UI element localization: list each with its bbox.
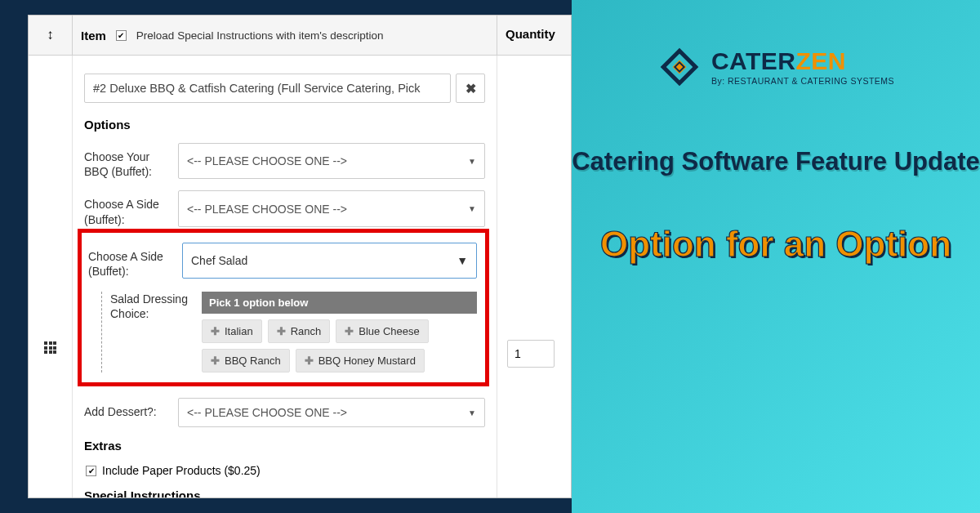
right-panel: CATERZEN By: RESTAURANT & CATERING SYSTE… [572,0,980,513]
extras-heading: Extras [84,439,485,453]
chip-list: ✚Italian ✚Ranch ✚Blue Cheese ✚BBQ Ranch … [202,319,477,372]
option-label: Choose A Side (Buffet): [88,243,174,279]
qty-column-header: Quantity [497,16,571,55]
option-row-bbq: Choose Your BBQ (Buffet): <-- PLEASE CHO… [84,143,485,179]
plus-icon: ✚ [345,325,354,337]
screenshot-window: ↕ Item ✔ Preload Special Instructions wi… [28,15,572,498]
logo-icon [657,45,702,89]
extras-item-row: ✔ Include Paper Products ($0.25) [86,464,485,477]
chip-bbq-ranch[interactable]: ✚BBQ Ranch [202,349,290,372]
chevron-down-icon: ▼ [457,254,468,267]
option-row-side2: Choose A Side (Buffet): Chef Salad ▼ [88,243,477,279]
chip-ranch[interactable]: ✚Ranch [268,319,331,343]
item-column: #2 Deluxe BBQ & Catfish Catering (Full S… [73,56,497,498]
logo-text: CATERZEN By: RESTAURANT & CATERING SYSTE… [711,48,894,86]
brand-logo: CATERZEN By: RESTAURANT & CATERING SYSTE… [657,45,894,89]
headline-secondary: Option for an Option [600,223,951,266]
option-label: Choose A Side (Buffet): [84,190,170,226]
chevron-down-icon: ▼ [468,408,476,417]
item-name-row: #2 Deluxe BBQ & Catfish Catering (Full S… [84,74,485,103]
item-name-input[interactable]: #2 Deluxe BBQ & Catfish Catering (Full S… [84,74,451,103]
table-body: #2 Deluxe BBQ & Catfish Catering (Full S… [29,56,571,498]
left-panel: ↕ Item ✔ Preload Special Instructions wi… [0,0,572,513]
special-instructions-heading: Special Instructions [84,488,485,498]
paper-products-checkbox[interactable]: ✔ [86,466,96,476]
option-row-dessert: Add Dessert?: <-- PLEASE CHOOSE ONE --> … [84,398,485,427]
item-column-header: Item ✔ Preload Special Instructions with… [73,16,497,55]
table-header: ↕ Item ✔ Preload Special Instructions wi… [29,16,571,56]
chip-bbq-honey-mustard[interactable]: ✚BBQ Honey Mustard [296,349,425,372]
option-select-side2[interactable]: Chef Salad ▼ [182,243,477,279]
drag-handle-icon[interactable] [44,341,57,355]
chip-italian[interactable]: ✚Italian [202,319,262,343]
plus-icon: ✚ [211,355,220,367]
option-value: <-- PLEASE CHOOSE ONE --> [187,406,347,419]
plus-icon: ✚ [277,325,286,337]
nested-option-choices: Pick 1 option below ✚Italian ✚Ranch ✚Blu… [202,292,477,372]
item-header-label: Item [81,29,106,42]
nested-option-row: Salad Dressing Choice: Pick 1 option bel… [101,292,477,372]
option-value: <-- PLEASE CHOOSE ONE --> [187,203,347,216]
option-select-bbq[interactable]: <-- PLEASE CHOOSE ONE --> ▼ [178,143,485,179]
option-value: Chef Salad [191,254,247,267]
logo-byline: By: RESTAURANT & CATERING SYSTEMS [711,77,894,86]
sort-column [29,56,73,498]
chevron-down-icon: ▼ [468,204,476,213]
sort-column-header[interactable]: ↕ [29,16,73,55]
remove-item-button[interactable]: ✖ [456,74,485,103]
plus-icon: ✚ [305,355,314,367]
logo-word2: ZEN [796,47,847,74]
preload-checkbox[interactable]: ✔ [116,30,127,41]
pick-header: Pick 1 option below [202,292,477,314]
option-select-side1[interactable]: <-- PLEASE CHOOSE ONE --> ▼ [178,190,485,226]
headline-primary: Catering Software Feature Update [572,146,980,178]
logo-word1: CATER [711,47,796,74]
qty-column: 1 [497,56,571,498]
options-heading: Options [84,118,485,132]
option-label: Add Dessert?: [84,398,170,427]
option-value: <-- PLEASE CHOOSE ONE --> [187,154,347,167]
option-label: Choose Your BBQ (Buffet): [84,143,170,179]
plus-icon: ✚ [211,325,220,337]
chip-blue-cheese[interactable]: ✚Blue Cheese [336,319,428,343]
nested-option-label: Salad Dressing Choice: [110,292,192,372]
chevron-down-icon: ▼ [468,157,476,166]
quantity-input[interactable]: 1 [507,340,555,368]
option-select-dessert[interactable]: <-- PLEASE CHOOSE ONE --> ▼ [178,398,485,427]
preload-label: Preload Special Instructions with item's… [136,29,384,42]
feature-highlight-box: Choose A Side (Buffet): Chef Salad ▼ Sal… [78,229,489,386]
option-row-side1: Choose A Side (Buffet): <-- PLEASE CHOOS… [84,190,485,226]
paper-products-label: Include Paper Products ($0.25) [102,464,261,477]
